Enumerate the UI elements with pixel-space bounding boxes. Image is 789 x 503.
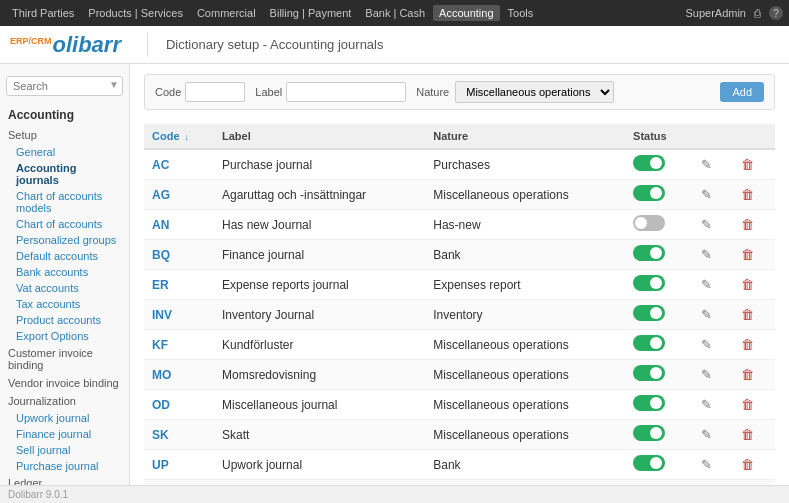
edit-icon[interactable]: ✎ <box>701 307 712 322</box>
current-user: SuperAdmin <box>685 7 746 19</box>
edit-icon[interactable]: ✎ <box>701 337 712 352</box>
search-input[interactable] <box>6 76 123 96</box>
sidebar-item-personalized-groups[interactable]: Personalized groups <box>0 232 129 248</box>
sidebar-item-general[interactable]: General <box>0 144 129 160</box>
cell-label: Momsredovisning <box>214 360 425 390</box>
nav-products-services[interactable]: Products | Services <box>82 5 189 21</box>
cell-status <box>625 300 690 330</box>
col-label: Label <box>214 124 425 149</box>
toggle-sk[interactable] <box>633 425 665 441</box>
sidebar-item-default-accounts[interactable]: Default accounts <box>0 248 129 264</box>
toggle-bq[interactable] <box>633 245 665 261</box>
edit-icon[interactable]: ✎ <box>701 367 712 382</box>
delete-icon[interactable]: 🗑 <box>741 307 754 322</box>
sidebar-item-product-accounts[interactable]: Product accounts <box>0 312 129 328</box>
toggle-up[interactable] <box>633 455 665 471</box>
delete-icon[interactable]: 🗑 <box>741 457 754 472</box>
edit-icon[interactable]: ✎ <box>701 427 712 442</box>
table-row: VTSell journalSales✎🗑 <box>144 480 775 486</box>
cell-nature: Miscellaneous operations <box>425 420 625 450</box>
toggle-od[interactable] <box>633 395 665 411</box>
col-status: Status <box>625 124 690 149</box>
toggle-mo[interactable] <box>633 365 665 381</box>
edit-icon[interactable]: ✎ <box>701 397 712 412</box>
cell-nature: Miscellaneous operations <box>425 360 625 390</box>
delete-icon[interactable]: 🗑 <box>741 337 754 352</box>
cell-code: VT <box>144 480 214 486</box>
toggle-ag[interactable] <box>633 185 665 201</box>
cell-code: OD <box>144 390 214 420</box>
cell-status <box>625 330 690 360</box>
table-header-row: Code ↓ Label Nature Status <box>144 124 775 149</box>
search-icon: ▼ <box>109 79 119 90</box>
sidebar-item-sell-journal[interactable]: Sell journal <box>0 442 129 458</box>
toggle-ac[interactable] <box>633 155 665 171</box>
delete-icon[interactable]: 🗑 <box>741 247 754 262</box>
sidebar-item-chart-accounts-models[interactable]: Chart of accounts models <box>0 188 129 216</box>
table-row: UPUpwork journalBank✎🗑 <box>144 450 775 480</box>
cell-label: Expense reports journal <box>214 270 425 300</box>
sidebar-item-purchase-journal[interactable]: Purchase journal <box>0 458 129 474</box>
cell-label: Skatt <box>214 420 425 450</box>
print-icon[interactable]: ⎙ <box>754 7 761 19</box>
delete-icon[interactable]: 🗑 <box>741 187 754 202</box>
sidebar-item-export-options[interactable]: Export Options <box>0 328 129 344</box>
nav-billing-payment[interactable]: Billing | Payment <box>264 5 358 21</box>
cell-delete: 🗑 <box>731 210 775 240</box>
cell-nature: Expenses report <box>425 270 625 300</box>
nav-bank-cash[interactable]: Bank | Cash <box>359 5 431 21</box>
nav-third-parties[interactable]: Third Parties <box>6 5 80 21</box>
sidebar-search-container: ▼ <box>6 76 123 96</box>
cell-label: Inventory Journal <box>214 300 425 330</box>
sidebar-item-bank-accounts[interactable]: Bank accounts <box>0 264 129 280</box>
nav-commercial[interactable]: Commercial <box>191 5 262 21</box>
cell-label: Agaruttag och -insättningar <box>214 180 425 210</box>
nav-tools[interactable]: Tools <box>502 5 540 21</box>
sidebar-item-upwork-journal[interactable]: Upwork journal <box>0 410 129 426</box>
delete-icon[interactable]: 🗑 <box>741 397 754 412</box>
delete-icon[interactable]: 🗑 <box>741 367 754 382</box>
edit-icon[interactable]: ✎ <box>701 247 712 262</box>
code-input[interactable] <box>185 82 245 102</box>
cell-delete: 🗑 <box>731 360 775 390</box>
cell-delete: 🗑 <box>731 390 775 420</box>
nav-accounting[interactable]: Accounting <box>433 5 499 21</box>
sidebar-item-vat-accounts[interactable]: Vat accounts <box>0 280 129 296</box>
delete-icon[interactable]: 🗑 <box>741 217 754 232</box>
sidebar-item-finance-journal[interactable]: Finance journal <box>0 426 129 442</box>
toggle-er[interactable] <box>633 275 665 291</box>
col-nature: Nature <box>425 124 625 149</box>
sidebar-item-accounting-journals[interactable]: Accounting journals <box>0 160 129 188</box>
sidebar-item-tax-accounts[interactable]: Tax accounts <box>0 296 129 312</box>
delete-icon[interactable]: 🗑 <box>741 157 754 172</box>
add-button[interactable]: Add <box>720 82 764 102</box>
toggle-inv[interactable] <box>633 305 665 321</box>
cell-label: Purchase journal <box>214 149 425 180</box>
cell-nature: Miscellaneous operations <box>425 180 625 210</box>
edit-icon[interactable]: ✎ <box>701 277 712 292</box>
delete-icon[interactable]: 🗑 <box>741 277 754 292</box>
edit-icon[interactable]: ✎ <box>701 187 712 202</box>
edit-icon[interactable]: ✎ <box>701 457 712 472</box>
cell-edit: ✎ <box>691 210 732 240</box>
toggle-an[interactable] <box>633 215 665 231</box>
label-input[interactable] <box>286 82 406 102</box>
edit-icon[interactable]: ✎ <box>701 157 712 172</box>
cell-label: Has new Journal <box>214 210 425 240</box>
code-label: Code <box>155 86 181 98</box>
edit-icon[interactable]: ✎ <box>701 217 712 232</box>
delete-icon[interactable]: 🗑 <box>741 427 754 442</box>
nature-select[interactable]: Miscellaneous operationsPurchasesSalesBa… <box>455 81 614 103</box>
col-code[interactable]: Code ↓ <box>144 124 214 149</box>
toggle-kf[interactable] <box>633 335 665 351</box>
cell-label: Upwork journal <box>214 450 425 480</box>
cell-edit: ✎ <box>691 300 732 330</box>
cell-delete: 🗑 <box>731 240 775 270</box>
cell-code: BQ <box>144 240 214 270</box>
top-navigation: Third Parties Products | Services Commer… <box>0 0 789 26</box>
cell-edit: ✎ <box>691 420 732 450</box>
sidebar-group-ledger: Ledger <box>0 474 129 485</box>
sidebar-item-chart-accounts[interactable]: Chart of accounts <box>0 216 129 232</box>
help-icon[interactable]: ? <box>769 6 783 20</box>
table-row: KFKundförlusterMiscellaneous operations✎… <box>144 330 775 360</box>
